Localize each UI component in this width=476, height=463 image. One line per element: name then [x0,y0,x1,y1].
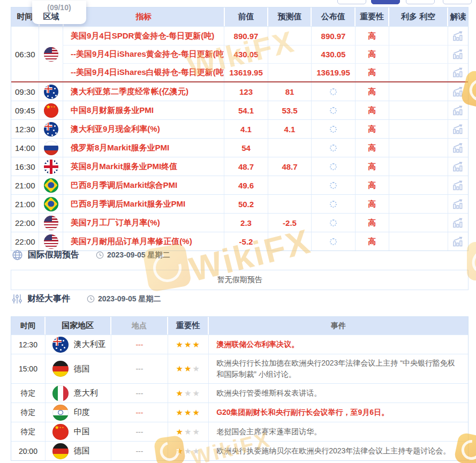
time-cell: 22:00 [11,232,39,251]
calendar-group: 21:00巴西8月季调后Markit服务业PMI50.2高 [11,194,468,213]
forecast-value-cell [268,27,312,45]
indicator-cell: --美国9月4日iShares黄金持仓-每日更新(吨) [63,45,224,63]
chart-icon [452,199,464,209]
indicator-link[interactable]: 美国7月耐用品订单月率修正值(%) [71,237,192,247]
interpret-cell[interactable] [448,214,468,232]
header-interpret: 解读 [448,7,468,26]
top-filter-button[interactable] [406,0,435,4]
indicator-link[interactable]: --美国9月4日iShares黄金持仓-每日更新(吨) [71,49,224,59]
event-text[interactable]: G20集团副财长和央行副行长会议举行，至9月6日。 [216,407,389,418]
calendar-row: 俄罗斯8月Markit服务业PMI54高 [63,139,468,157]
calendar-row: 巴西8月季调后Markit服务业PMI50.2高 [63,195,468,213]
country-cell: 澳大利亚 [46,335,111,354]
previous-value: 48.7 [238,162,254,171]
indicator-link[interactable]: 澳大利亚第二季度经常帐(亿澳元) [71,87,188,97]
top-filter-button-active[interactable] [371,0,400,4]
top-filter-button[interactable] [337,0,366,4]
flag-cell [39,139,63,157]
chart-icon [452,49,464,59]
group-rows: 中国8月财新服务业PMI54.153.5高 [63,101,468,119]
interpret-cell[interactable] [448,195,468,213]
event-text[interactable]: 澳洲联储公布利率决议。 [216,339,299,350]
interpret-cell[interactable] [448,82,468,101]
cn-flag-icon [52,424,69,440]
indicator-link[interactable]: 俄罗斯8月Markit服务业PMI [71,143,169,153]
header-importance: 重要性 [356,7,389,26]
importance-stars: ★★★ [168,354,209,383]
previous-value: 430.05 [234,50,259,59]
indicator-link[interactable]: 澳大利亚9月现金利率(%) [71,124,160,134]
holiday-empty-box: 暂无假期预告 [11,270,469,290]
interpret-cell[interactable] [448,157,468,176]
bull-bear-cell [389,64,448,81]
previous-value: 13619.95 [229,68,263,77]
header-bull-bear: 利多 利空 [389,7,448,26]
clock-icon [87,295,95,303]
interpret-cell[interactable] [448,64,468,81]
header-importance: 重要性 [168,317,209,335]
calendar-group: 22:00美国7月工厂订单月率(%)2.3-2.5高 [11,213,468,232]
interpret-cell[interactable] [448,139,468,157]
event-row: 待定意大利---★★★欧洲央行管委维斯科发表讲话。 [11,383,468,403]
interpret-cell[interactable] [448,232,468,251]
indicator-link[interactable]: 美国7月工厂订单月率(%) [71,218,160,228]
previous-value-cell: 49.6 [224,176,268,194]
published-value-cell [312,195,356,213]
indicator-link[interactable]: 美国9月4日SPDR黄金持仓-每日更新(吨) [71,31,214,41]
group-rows: 澳大利亚9月现金利率(%)4.14.1高 [63,120,468,138]
importance-high-label: 高 [368,49,376,59]
forecast-value: 81 [285,87,294,96]
top-filter-button[interactable] [443,0,472,4]
importance-high-label: 高 [368,31,376,41]
forecast-value-cell: -2.5 [268,214,312,232]
chart-icon [452,67,464,78]
event-row: 待定中国---★★★老挝国会主席赛宋蓬率团访华。 [11,422,468,441]
interpret-cell[interactable] [448,101,468,119]
indicator-link[interactable]: 中国8月财新服务业PMI [71,105,154,116]
importance-high-label: 高 [368,143,376,153]
interpret-cell[interactable] [448,27,468,45]
br-flag-icon [44,178,58,193]
flag-cell [39,176,63,194]
star-filled-icon: ★ [192,340,200,350]
us-flag-icon [44,47,58,62]
country-cell: 德国 [46,442,111,460]
bull-bear-cell [389,27,448,45]
de-flag-icon [52,361,69,377]
bull-bear-cell [389,101,448,119]
importance-high-label: 高 [368,218,376,228]
interpret-cell[interactable] [448,120,468,138]
importance-high-label: 高 [368,67,376,78]
chart-icon [452,105,464,116]
indicator-link[interactable]: 英国8月Markit服务业PMI终值 [71,162,177,172]
star-filled-icon: ★ [176,408,184,418]
group-rows: 俄罗斯8月Markit服务业PMI54高 [63,139,468,157]
country-name: 意大利 [74,388,98,398]
previous-value: 49.6 [238,181,254,190]
in-flag-icon [52,405,69,421]
interpret-cell[interactable] [448,176,468,194]
country-name: 德国 [74,364,90,374]
previous-value: 50.2 [238,200,254,209]
country-cell: 德国 [46,354,111,383]
calendar-row: --美国9月4日iShares白银持仓-每日更新(吨)13619.9513619… [63,63,468,81]
loading-spinner-icon [330,219,337,226]
event-time-cell: 待定 [11,422,46,441]
indicator-cell: 中国8月财新服务业PMI [63,101,224,119]
indicator-link[interactable]: 巴西8月季调后Markit综合PMI [71,180,177,191]
forecast-value: 4.1 [284,125,296,134]
bull-bear-cell [389,176,448,194]
indicator-cell: 美国9月4日SPDR黄金持仓-每日更新(吨) [63,27,224,45]
bull-bear-cell [389,232,448,251]
bull-bear-cell [389,157,448,176]
previous-value-cell: 4.1 [224,120,268,138]
location-cell: --- [111,384,169,403]
indicator-link[interactable]: --美国9月4日iShares白银持仓-每日更新(吨) [71,67,224,78]
event-time-cell: 12:30 [11,335,46,354]
previous-value-cell: 890.97 [224,27,268,45]
forecast-value-cell [268,195,312,213]
time-cell: 09:45 [11,101,39,119]
indicator-link[interactable]: 巴西8月季调后Markit服务业PMI [71,199,185,209]
interpret-cell[interactable] [448,45,468,63]
indicator-cell: 英国8月Markit服务业PMI终值 [63,157,224,176]
